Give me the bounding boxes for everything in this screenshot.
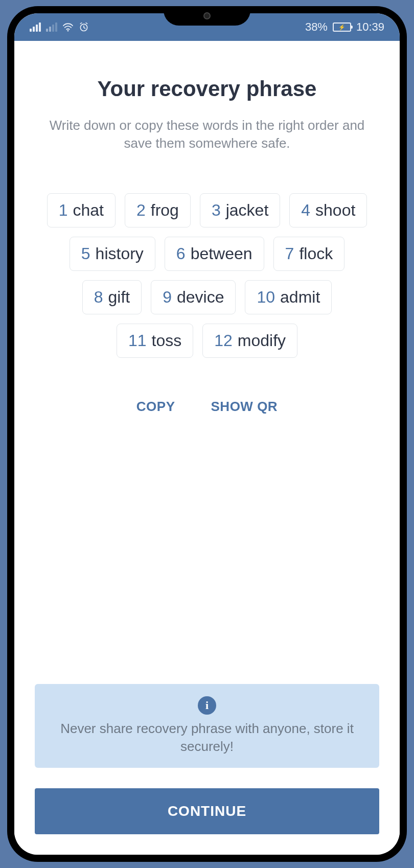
show-qr-button[interactable]: SHOW QR [211,399,278,415]
word-text: between [191,244,252,263]
screen: 38% ⚡ 10:39 Your recovery phrase Write d… [14,13,400,855]
action-row: COPY SHOW QR [14,399,400,415]
word-number: 3 [212,201,221,220]
status-right: 38% ⚡ 10:39 [305,20,384,34]
wifi-icon [62,22,74,32]
word-text: flock [299,244,333,263]
front-camera [203,12,211,19]
signal-strength-icon [30,22,41,32]
device-frame: 38% ⚡ 10:39 Your recovery phrase Write d… [0,0,414,868]
signal-strength-secondary-icon [46,22,57,32]
clock-time: 10:39 [356,20,384,34]
spacer [14,435,400,684]
recovery-word-1: 1 chat [47,193,116,227]
recovery-word-3: 3 jacket [200,193,280,227]
info-text: Never share recovery phrase with anyone,… [50,720,364,756]
recovery-word-6: 6 between [165,237,264,271]
word-number: 1 [59,201,68,220]
recovery-word-9: 9 device [151,280,236,314]
recovery-word-8: 8 gift [82,280,142,314]
recovery-word-11: 11 toss [117,324,193,358]
word-text: modify [238,331,286,350]
battery-percent: 38% [305,20,328,34]
word-text: history [96,244,144,263]
alarm-icon [79,22,89,32]
word-text: gift [108,288,130,307]
notch [164,6,250,26]
word-text: frog [151,201,179,220]
recovery-words-grid: 1 chat 2 frog 3 jacket 4 shoot [14,193,400,358]
word-number: 10 [257,288,275,307]
word-number: 4 [301,201,310,220]
recovery-word-5: 5 history [70,237,155,271]
word-text: shoot [315,201,355,220]
word-text: device [177,288,224,307]
recovery-word-2: 2 frog [125,193,191,227]
word-number: 9 [163,288,172,307]
word-number: 8 [94,288,103,307]
battery-icon: ⚡ [333,22,351,32]
recovery-word-10: 10 admit [245,280,332,314]
word-number: 5 [81,244,90,263]
device-bezel: 38% ⚡ 10:39 Your recovery phrase Write d… [7,6,407,862]
recovery-word-12: 12 modify [202,324,297,358]
word-text: jacket [226,201,269,220]
page-title: Your recovery phrase [14,77,400,101]
continue-button[interactable]: CONTINUE [35,788,379,834]
word-text: chat [73,201,103,220]
recovery-word-7: 7 flock [273,237,345,271]
main-content: Your recovery phrase Write down or copy … [14,41,400,855]
word-number: 6 [176,244,186,263]
word-number: 11 [128,331,147,350]
info-icon: i [198,696,216,715]
word-number: 2 [136,201,146,220]
page-subtitle: Write down or copy these words in the ri… [45,117,369,152]
word-number: 12 [214,331,233,350]
word-number: 7 [285,244,294,263]
recovery-word-4: 4 shoot [289,193,367,227]
word-text: toss [152,331,182,350]
info-box: i Never share recovery phrase with anyon… [35,684,379,768]
status-left [30,22,89,32]
word-text: admit [280,288,320,307]
svg-point-0 [67,30,69,32]
copy-button[interactable]: COPY [136,399,175,415]
